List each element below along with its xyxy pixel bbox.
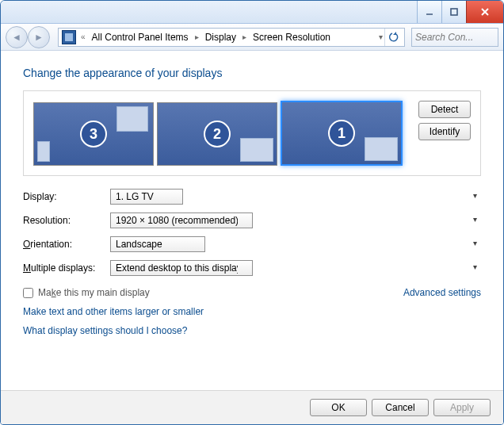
titlebar xyxy=(1,1,503,24)
orientation-select[interactable]: Landscape xyxy=(110,236,205,252)
dialog-footer: OK Cancel Apply xyxy=(1,390,503,424)
screen-resolution-window: ◄ ► « All Control Panel Items▸ Display▸ … xyxy=(0,0,504,425)
monitor-3[interactable]: 3 xyxy=(33,102,154,166)
settings-form: Display: 1. LG TV Resolution: 1920 × 108… xyxy=(23,189,481,276)
monitor-layout[interactable]: 3 2 1 xyxy=(33,101,412,166)
svg-rect-0 xyxy=(451,9,457,15)
back-button[interactable]: ◄ xyxy=(6,26,28,48)
main-display-checkbox[interactable] xyxy=(23,288,33,298)
close-button[interactable] xyxy=(466,1,503,23)
display-label: Display: xyxy=(23,191,110,202)
monitor-number: 1 xyxy=(328,120,355,147)
multiple-displays-label: Multiple displays: xyxy=(23,262,110,274)
control-panel-icon xyxy=(62,30,76,44)
detect-button[interactable]: Detect xyxy=(418,101,471,118)
minimize-button[interactable] xyxy=(417,1,441,23)
breadcrumb-item[interactable]: All Control Panel Items xyxy=(87,29,193,46)
history-dropdown[interactable]: ▾ xyxy=(377,33,384,41)
navigation-bar: ◄ ► « All Control Panel Items▸ Display▸ … xyxy=(1,24,503,51)
window-preview-icon xyxy=(365,137,398,161)
ok-button[interactable]: OK xyxy=(310,399,367,416)
help-link[interactable]: What display settings should I choose? xyxy=(23,325,481,336)
display-select[interactable]: 1. LG TV xyxy=(110,189,183,205)
breadcrumb-root[interactable]: « xyxy=(79,33,87,41)
resolution-label: Resolution: xyxy=(23,215,110,226)
monitor-number: 2 xyxy=(204,121,231,147)
refresh-button[interactable] xyxy=(384,29,404,46)
address-bar[interactable]: « All Control Panel Items▸ Display▸ Scre… xyxy=(58,28,405,47)
maximize-button[interactable] xyxy=(441,1,466,23)
window-preview-icon xyxy=(240,138,273,162)
advanced-settings-link[interactable]: Advanced settings xyxy=(403,287,481,298)
breadcrumb-item[interactable]: Screen Resolution xyxy=(248,29,335,46)
orientation-label: Orientation: xyxy=(23,239,110,250)
content-area: Change the appearance of your displays 3… xyxy=(1,51,503,390)
multiple-displays-select[interactable]: Extend desktop to this display xyxy=(110,260,253,276)
resolution-select[interactable]: 1920 × 1080 (recommended) xyxy=(110,212,253,228)
cancel-button[interactable]: Cancel xyxy=(372,399,429,416)
breadcrumb-item[interactable]: Display xyxy=(200,29,241,46)
monitor-1[interactable]: 1 xyxy=(281,101,403,166)
monitor-2[interactable]: 2 xyxy=(157,102,277,166)
window-preview-icon xyxy=(116,106,148,132)
text-size-link[interactable]: Make text and other items larger or smal… xyxy=(23,306,481,317)
window-preview-icon xyxy=(37,141,50,162)
search-input[interactable]: Search Con... xyxy=(411,28,498,47)
main-display-checkbox-label[interactable]: Make this my main display xyxy=(23,287,150,298)
apply-button[interactable]: Apply xyxy=(433,399,491,416)
identify-button[interactable]: Identify xyxy=(418,123,471,140)
display-arrangement-box: 3 2 1 Detect Identify xyxy=(23,90,481,176)
forward-button[interactable]: ► xyxy=(28,26,50,48)
monitor-number: 3 xyxy=(80,121,107,147)
page-title: Change the appearance of your displays xyxy=(23,67,481,79)
